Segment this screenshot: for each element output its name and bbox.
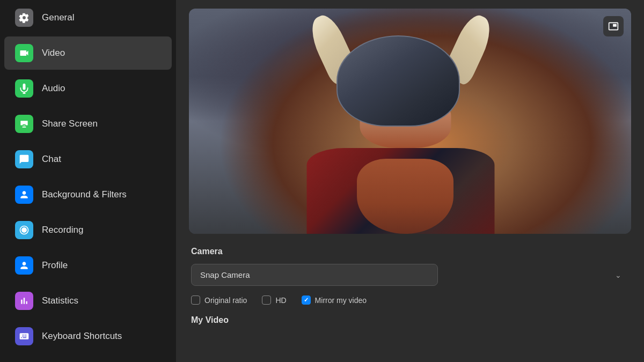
keyboard-shortcuts-label: Keyboard Shortcuts (42, 331, 122, 342)
camera-section-label: Camera (191, 247, 629, 256)
recording-label: Recording (42, 225, 84, 235)
helmet-main (336, 35, 460, 127)
sidebar-item-chat[interactable]: Chat (4, 143, 172, 176)
recording-icon (15, 221, 33, 239)
share-screen-icon (15, 115, 33, 133)
background-filters-icon (15, 186, 33, 204)
mirror-video-box (302, 295, 311, 305)
audio-label: Audio (42, 83, 65, 94)
chevron-down-icon: ⌄ (615, 271, 621, 279)
mirror-video-label: Mirror my video (315, 296, 367, 305)
keyboard-shortcuts-icon (15, 327, 33, 345)
sidebar-item-general[interactable]: General (4, 1, 172, 34)
share-screen-label: Share Screen (42, 119, 98, 129)
chat-label: Chat (42, 154, 61, 165)
settings-panel: Camera Snap Camera FaceTime HD Camera Vi… (176, 234, 644, 338)
sidebar-item-video[interactable]: Video (4, 36, 172, 70)
profile-label: Profile (42, 260, 68, 271)
sidebar-item-statistics[interactable]: Statistics (4, 284, 172, 317)
sidebar: General Video Audio Share Screen (0, 0, 176, 362)
original-ratio-label: Original ratio (204, 296, 247, 305)
camera-select[interactable]: Snap Camera FaceTime HD Camera Virtual C… (191, 264, 438, 286)
statistics-label: Statistics (42, 295, 78, 306)
helmet (310, 19, 492, 137)
video-preview (189, 9, 631, 234)
chat-icon (15, 150, 33, 168)
original-ratio-box (191, 295, 200, 305)
mirror-video-checkbox[interactable]: Mirror my video (302, 295, 367, 305)
profile-icon (15, 256, 33, 275)
main-content: Camera Snap Camera FaceTime HD Camera Vi… (176, 0, 644, 362)
general-label: General (42, 12, 74, 23)
sidebar-item-keyboard-shortcuts[interactable]: Keyboard Shortcuts (4, 320, 172, 353)
my-video-label: My Video (191, 315, 629, 325)
audio-icon (15, 79, 33, 98)
sidebar-item-background-filters[interactable]: Background & Filters (4, 178, 172, 211)
sidebar-item-share-screen[interactable]: Share Screen (4, 107, 172, 141)
pip-icon (608, 21, 619, 32)
video-label: Video (42, 48, 65, 58)
statistics-icon (15, 292, 33, 310)
hd-checkbox[interactable]: HD (262, 295, 286, 305)
hd-box (262, 295, 271, 305)
pip-button[interactable] (603, 16, 624, 36)
beard (357, 159, 453, 234)
general-icon (15, 9, 33, 27)
svg-point-0 (21, 227, 27, 233)
video-preview-container (189, 9, 631, 234)
background-filters-label: Background & Filters (42, 189, 127, 200)
sidebar-item-audio[interactable]: Audio (4, 72, 172, 105)
video-icon (15, 44, 33, 62)
original-ratio-checkbox[interactable]: Original ratio (191, 295, 247, 305)
sidebar-item-profile[interactable]: Profile (4, 249, 172, 282)
camera-select-wrapper: Snap Camera FaceTime HD Camera Virtual C… (191, 264, 629, 286)
checkboxes-row: Original ratio HD Mirror my video (191, 295, 629, 305)
sidebar-item-recording[interactable]: Recording (4, 213, 172, 247)
hd-label: HD (275, 296, 286, 305)
